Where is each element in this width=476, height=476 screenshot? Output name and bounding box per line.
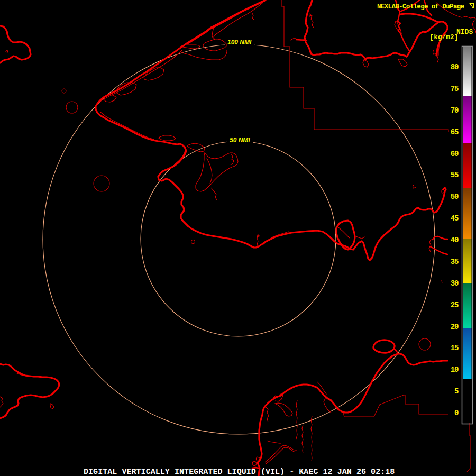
svg-text:10: 10 <box>451 365 459 374</box>
svg-text:40: 40 <box>451 236 459 244</box>
svg-text:65: 65 <box>451 128 459 136</box>
svg-text:5: 5 <box>454 387 459 396</box>
svg-text:70: 70 <box>451 106 459 115</box>
svg-text:35: 35 <box>451 258 459 266</box>
svg-text:60: 60 <box>451 150 459 158</box>
svg-text:75: 75 <box>451 85 459 93</box>
svg-text:NIDS: NIDS <box>456 28 473 36</box>
svg-text:30: 30 <box>451 279 459 288</box>
svg-text:0: 0 <box>454 409 459 417</box>
svg-text:NEXLAB-College of DuPage: NEXLAB-College of DuPage <box>377 3 464 11</box>
svg-text:80: 80 <box>451 63 459 71</box>
svg-text:DIGITAL VERTICALLY INTEGRATED: DIGITAL VERTICALLY INTEGRATED LIQUID (VI… <box>84 468 395 476</box>
svg-text:[kg/m2]: [kg/m2] <box>430 34 459 41</box>
svg-text:15: 15 <box>451 344 459 352</box>
svg-text:100 NMI: 100 NMI <box>227 39 252 46</box>
svg-text:55: 55 <box>451 171 459 179</box>
svg-text:50 NMI: 50 NMI <box>230 136 250 144</box>
svg-text:45: 45 <box>451 214 459 223</box>
svg-text:20: 20 <box>451 323 459 331</box>
svg-text:25: 25 <box>451 301 459 309</box>
svg-text:50: 50 <box>451 193 459 201</box>
